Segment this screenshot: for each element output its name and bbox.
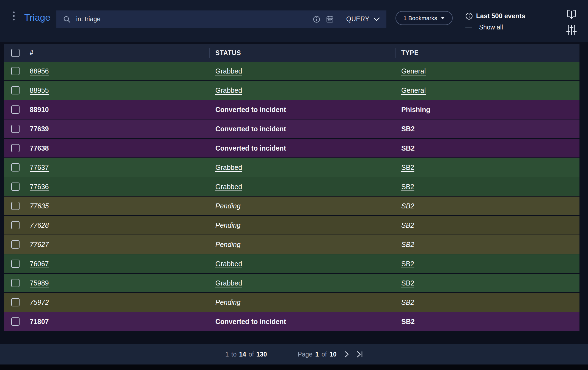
info-icon[interactable] — [465, 12, 473, 20]
page-indicator: Page 1 of 10 — [298, 351, 336, 358]
event-type: SB2 — [401, 318, 415, 325]
event-type[interactable]: SB2 — [401, 260, 414, 268]
range-to-word: to — [231, 351, 237, 358]
row-checkbox[interactable] — [11, 317, 20, 326]
table-row: 75972 Pending SB2 — [4, 293, 579, 312]
calendar-icon[interactable] — [326, 15, 334, 23]
filter-sliders-icon[interactable] — [566, 24, 577, 36]
event-status[interactable]: Grabbed — [215, 279, 242, 287]
event-status[interactable]: Grabbed — [215, 183, 242, 191]
row-checkbox[interactable] — [11, 86, 20, 94]
event-id-link: 77635 — [30, 202, 49, 210]
row-checkbox[interactable] — [11, 202, 20, 210]
row-checkbox[interactable] — [11, 221, 20, 229]
event-status: Converted to incident — [215, 106, 286, 113]
event-id-link[interactable]: 76067 — [30, 260, 49, 268]
table-row: 77638 Converted to incident SB2 — [4, 139, 579, 158]
event-id-link: 77628 — [30, 221, 49, 229]
kebab-menu-icon[interactable] — [13, 11, 15, 21]
column-header-status[interactable]: STATUS — [211, 44, 397, 62]
row-checkbox[interactable] — [11, 105, 20, 114]
info-icon[interactable] — [313, 16, 320, 23]
row-checkbox[interactable] — [11, 260, 20, 268]
range-total: 130 — [256, 351, 267, 358]
event-id-link: 71807 — [30, 318, 49, 325]
events-count-label: Last 500 events — [476, 12, 525, 20]
event-type: SB2 — [401, 241, 414, 248]
events-table: # STATUS TYPE 88956 Grabbed General 8895… — [4, 44, 579, 331]
event-id-link[interactable]: 75989 — [30, 279, 49, 287]
event-type: SB2 — [401, 202, 414, 210]
row-checkbox[interactable] — [11, 298, 20, 306]
table-row: 88955 Grabbed General — [4, 81, 579, 100]
event-type: SB2 — [401, 221, 414, 229]
dash-icon: — — [465, 23, 472, 31]
event-status: Converted to incident — [215, 144, 286, 152]
event-id-link: 77638 — [30, 144, 49, 152]
event-id-link[interactable]: 88956 — [30, 67, 49, 75]
table-row: 88910 Converted to incident Phishing — [4, 100, 579, 119]
row-checkbox[interactable] — [11, 279, 20, 287]
event-type: SB2 — [401, 298, 414, 306]
topbar-right-icons — [566, 9, 577, 36]
event-type[interactable]: General — [401, 86, 426, 94]
page-word: Page — [298, 351, 312, 358]
select-all-checkbox[interactable] — [11, 49, 20, 57]
export-icon[interactable] — [566, 9, 577, 20]
table-header: # STATUS TYPE — [4, 44, 579, 62]
event-id-link[interactable]: 77636 — [30, 183, 49, 191]
page-of-word: of — [322, 351, 327, 358]
table-row: 77635 Pending SB2 — [4, 197, 579, 216]
bookmarks-button[interactable]: 1 Bookmarks — [395, 11, 453, 25]
event-type[interactable]: General — [401, 67, 426, 75]
event-status: Pending — [215, 298, 241, 306]
query-dropdown[interactable]: QUERY — [346, 15, 380, 23]
event-id-link[interactable]: 88955 — [30, 86, 49, 94]
range-from: 1 — [225, 351, 229, 358]
event-status[interactable]: Grabbed — [215, 164, 242, 171]
event-status[interactable]: Grabbed — [215, 67, 242, 75]
event-status: Converted to incident — [215, 125, 286, 133]
event-type[interactable]: SB2 — [401, 279, 414, 287]
query-label: QUERY — [346, 15, 369, 23]
column-header-type[interactable]: TYPE — [397, 44, 579, 62]
event-id-link: 75972 — [30, 298, 49, 306]
row-checkbox[interactable] — [11, 67, 20, 75]
table-row: 77639 Converted to incident SB2 — [4, 119, 579, 139]
row-checkbox[interactable] — [11, 144, 20, 152]
row-checkbox[interactable] — [11, 163, 20, 172]
bookmarks-label: 1 Bookmarks — [403, 15, 437, 21]
chevron-right-bar-icon — [357, 351, 363, 358]
event-type[interactable]: SB2 — [401, 164, 414, 171]
next-page-button[interactable] — [344, 351, 349, 358]
range-of-word: of — [249, 351, 254, 358]
event-type: Phishing — [401, 106, 430, 113]
search-bar: QUERY — [56, 10, 386, 28]
caret-down-icon — [441, 17, 445, 19]
table-row: 77637 Grabbed SB2 — [4, 158, 579, 177]
event-status[interactable]: Grabbed — [215, 260, 242, 268]
row-checkbox[interactable] — [11, 240, 20, 249]
table-row: 77627 Pending SB2 — [4, 235, 579, 254]
event-status: Pending — [215, 241, 241, 248]
page-title: Triage — [24, 12, 50, 23]
table-row: 71807 Converted to incident SB2 — [4, 312, 579, 331]
table-row: 88956 Grabbed General — [4, 62, 579, 81]
event-id-link[interactable]: 77637 — [30, 164, 49, 171]
table-row: 77636 Grabbed SB2 — [4, 177, 579, 197]
separator — [340, 15, 340, 24]
column-header-id[interactable]: # — [26, 44, 211, 62]
event-type: SB2 — [401, 144, 415, 152]
search-input[interactable] — [76, 15, 313, 23]
last-page-button[interactable] — [357, 351, 363, 358]
row-checkbox[interactable] — [11, 183, 20, 191]
events-block: Last 500 events — Show all — [465, 12, 525, 31]
table-row: 77628 Pending SB2 — [4, 216, 579, 235]
show-all-link[interactable]: Show all — [479, 24, 503, 31]
pagination-bar: 1 to 14 of 130 Page 1 of 10 — [0, 344, 588, 364]
triage-page: Triage — [0, 0, 588, 370]
row-checkbox[interactable] — [11, 125, 20, 133]
event-status: Pending — [215, 202, 241, 210]
event-type[interactable]: SB2 — [401, 183, 414, 191]
event-status[interactable]: Grabbed — [215, 86, 242, 94]
